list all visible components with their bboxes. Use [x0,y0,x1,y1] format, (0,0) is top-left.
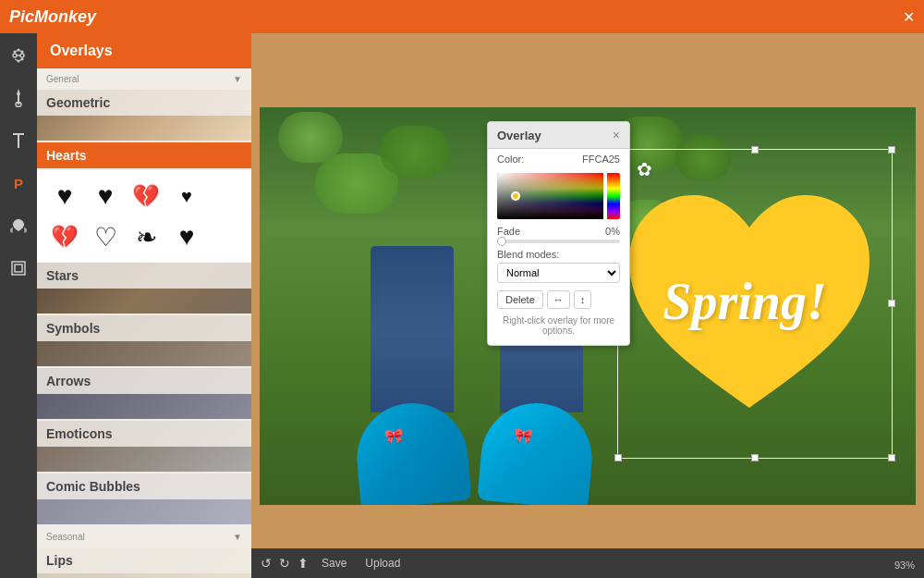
heart-broken-2[interactable]: 💔 [46,218,83,255]
handle-tm[interactable] [751,146,759,154]
symbols-label: Symbols [37,315,251,341]
handle-bl[interactable] [614,454,622,461]
color-value: FFCA25 [582,154,620,165]
dialog-close-button[interactable]: × [613,128,620,142]
comic-label: Comic Bubbles [37,473,251,499]
heart-broken[interactable]: 💔 [128,178,164,215]
hint-text: Right-click overlay for more options. [488,314,629,338]
arrows-label: Arrows [37,368,251,394]
fade-row: Fade 0% [488,223,629,246]
toolbar-overlays-icon[interactable] [6,213,31,239]
category-symbols[interactable]: Symbols [37,315,251,366]
heart-overlay[interactable]: Spring! [611,135,897,468]
seasonal-label: Seasonal [46,532,85,542]
upload-button[interactable]: Upload [359,555,406,572]
icon-toolbar: P [0,33,37,578]
toolbar-text-icon[interactable] [6,128,31,154]
flip-v-button[interactable]: ↕ [574,290,592,309]
blend-label: Blend modes: [497,249,620,260]
main-layout: P Overlays General ▼ Geometric [0,33,924,578]
general-label: General [46,74,79,84]
overlay-dialog: Overlay × Color: FFCA25 Fade 0% [487,121,630,346]
sidebar: Overlays General ▼ Geometric Hearts ♥ ♥ … [37,33,251,578]
category-stars[interactable]: Stars [37,263,251,314]
general-chevron: ▼ [233,74,242,84]
dialog-title: Overlay [497,129,541,142]
upload-icon[interactable]: ⬆ [298,556,309,571]
fade-thumb[interactable] [497,237,506,246]
toolbar-link-icon[interactable] [6,43,31,68]
color-label: Color: [497,154,524,165]
svg-point-1 [20,54,24,57]
sidebar-title: Overlays [37,33,251,68]
category-arrows[interactable]: Arrows [37,368,251,419]
color-row: Color: FFCA25 [488,149,629,169]
redo-icon[interactable]: ↻ [279,556,290,571]
general-section[interactable]: General ▼ [37,68,251,90]
hearts-grid: ♥ ♥ 💔 ♥ 💔 ♡ ❧ ♥ [46,178,242,255]
heart-small[interactable]: ♥ [168,178,205,215]
undo-icon[interactable]: ↺ [261,556,272,571]
geometric-label: Geometric [37,90,251,116]
hearts-section: ♥ ♥ 💔 ♥ 💔 ♡ ❧ ♥ [37,170,251,263]
heart-solid-1[interactable]: ♥ [46,178,83,215]
blend-select[interactable]: Normal Multiply Screen Overlay [497,263,620,283]
handle-tr[interactable] [888,146,895,154]
handle-mr[interactable] [888,300,895,307]
handle-bm[interactable] [751,454,759,461]
heart-solid-2[interactable]: ♥ [87,178,124,215]
zoom-indicator: 93% [894,560,915,571]
category-comic-bubbles[interactable]: Comic Bubbles [37,473,251,524]
flip-h-button[interactable]: ↔ [547,290,570,309]
lips-label: Lips [37,547,251,573]
top-bar: PicMonkey ✕ [0,0,924,33]
fade-label: Fade [497,226,520,237]
delete-button[interactable]: Delete [497,290,543,309]
svg-point-7 [21,51,24,54]
seasonal-chevron: ▼ [233,532,242,542]
svg-rect-12 [18,95,19,105]
heart-outline[interactable]: ♡ [87,218,124,255]
color-hue-bar[interactable] [607,173,620,219]
dialog-buttons: Delete ↔ ↕ [488,286,629,314]
category-emoticons[interactable]: Emoticons [37,421,251,472]
selection-box [617,149,893,459]
category-lips[interactable]: Lips [37,547,251,578]
toolbar-paint-icon[interactable]: P [6,170,31,196]
blend-row: Blend modes: Normal Multiply Screen Over… [488,246,629,286]
emoticons-label: Emoticons [37,421,251,447]
color-circle [511,191,520,201]
main-canvas-area: ✿ ✿ ✿ 🎀 [251,33,924,578]
category-hearts[interactable]: Hearts [37,142,251,168]
category-geometric[interactable]: Geometric [37,90,251,141]
svg-point-0 [13,54,17,57]
fade-label-row: Fade 0% [497,226,620,237]
save-button[interactable]: Save [316,555,352,572]
heart-decorative[interactable]: ♥ [168,218,205,255]
svg-rect-16 [12,262,25,275]
hearts-label: Hearts [37,142,251,168]
stars-label: Stars [37,263,251,289]
app-logo: PicMonkey [9,7,96,27]
svg-point-11 [21,58,24,61]
color-picker[interactable] [497,173,620,219]
toolbar-effects-icon[interactable] [6,85,31,111]
handle-br[interactable] [888,454,895,461]
left-foot: 🎀 [352,246,491,505]
fade-value: 0% [605,226,620,237]
svg-rect-17 [15,264,22,272]
heart-floral[interactable]: ❧ [128,218,164,255]
seasonal-section[interactable]: Seasonal ▼ [37,526,251,547]
fade-slider[interactable] [497,240,620,243]
toolbar-frames-icon[interactable] [6,255,31,281]
bottom-bar: ↺ ↻ ⬆ Save Upload 93% [251,548,924,578]
svg-rect-15 [18,133,19,148]
dialog-header: Overlay × [488,122,629,149]
close-button[interactable]: ✕ [903,8,915,26]
